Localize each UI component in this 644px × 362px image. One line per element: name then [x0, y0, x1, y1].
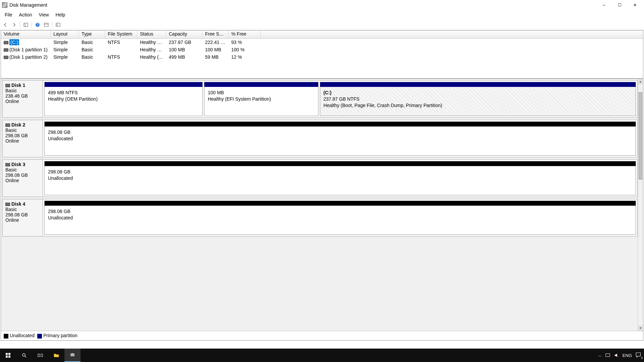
disk-status: Online [5, 99, 40, 104]
volume-icon [4, 48, 8, 52]
col-status[interactable]: Status [137, 31, 166, 38]
svg-point-13 [22, 354, 25, 356]
partition-body: 100 MBHealthy (EFI System Partition) [204, 87, 318, 116]
toolbar-separator [20, 21, 20, 28]
primary-swatch-icon [37, 334, 42, 339]
svg-rect-8 [57, 25, 58, 26]
scroll-thumb[interactable] [639, 92, 642, 179]
scroll-up-button[interactable]: ▴ [638, 79, 643, 84]
volume-cell-fs: NTFS [105, 54, 137, 60]
col-volume[interactable]: Volume [1, 31, 51, 38]
disk-graphical-view[interactable]: Disk 1Basic238.46 GBOnline499 MB NTFSHea… [1, 79, 643, 331]
menubar: File Action View Help [0, 10, 644, 19]
col-capacity[interactable]: Capacity [166, 31, 202, 38]
volume-icon[interactable]: × [614, 353, 619, 358]
volume-cell-type: Basic [79, 39, 105, 46]
partition-label: (C:) [324, 90, 332, 95]
help-button[interactable]: ? [34, 21, 42, 29]
back-button[interactable] [1, 21, 9, 29]
volume-row[interactable]: (Disk 1 partition 2)SimpleBasicNTFSHealt… [1, 53, 643, 61]
svg-text:×: × [618, 355, 619, 358]
scroll-down-button[interactable]: ▾ [638, 325, 643, 331]
partition-body: (C:)237.87 GB NTFSHealthy (Boot, Page Fi… [320, 87, 636, 116]
volume-cell-layout: Simple [51, 39, 79, 46]
col-layout[interactable]: Layout [51, 31, 79, 38]
disk-status: Online [5, 178, 40, 183]
menu-file[interactable]: File [1, 11, 16, 19]
menu-help[interactable]: Help [52, 11, 69, 19]
disk-icon [5, 84, 10, 87]
volume-cell-layout: Simple [51, 54, 79, 60]
svg-text:×: × [609, 355, 610, 358]
partition-size: 298.08 GB [48, 209, 70, 214]
partition[interactable]: 499 MB NTFSHealthy (OEM Partition) [44, 82, 203, 116]
notification-center-button[interactable]: 3 [635, 352, 641, 359]
partition-status: Healthy (Boot, Page File, Crash Dump, Pr… [324, 103, 442, 108]
disk-type: Basic [5, 127, 40, 133]
disk-partitions: 298.08 GBUnallocated [43, 120, 637, 157]
col-pct[interactable]: % Free [229, 31, 261, 38]
volume-cell-capacity: 100 MB [166, 46, 202, 53]
disk-name: Disk 1 [11, 83, 25, 88]
partition-body: 298.08 GBUnallocated [45, 166, 636, 195]
volume-cell-type: Basic [79, 46, 105, 53]
volume-cell-fs: NTFS [105, 39, 137, 46]
legend-bar: Unallocated Primary partition [1, 331, 643, 340]
legend-unallocated: Unallocated [10, 333, 35, 338]
disk-label[interactable]: Disk 3Basic298.08 GBOnline [3, 160, 43, 197]
close-button[interactable]: ✕ [627, 0, 643, 10]
svg-line-14 [25, 356, 26, 357]
toolbar: ? [0, 19, 644, 30]
disk-label[interactable]: Disk 1Basic238.46 GBOnline [3, 81, 43, 117]
scrollbar-vertical[interactable]: ▴ ▾ [638, 79, 643, 331]
partition[interactable]: (C:)237.87 GB NTFSHealthy (Boot, Page Fi… [320, 82, 636, 116]
svg-rect-15 [38, 354, 40, 357]
col-free[interactable]: Free Sp... [202, 31, 229, 38]
toolbar-separator [32, 21, 32, 28]
volume-cell-pct: 100 % [229, 46, 261, 53]
volume-cell-name: (Disk 1 partition 1) [1, 46, 51, 53]
volume-cell-pct: 93 % [229, 39, 261, 46]
disk-name: Disk 2 [11, 122, 25, 127]
action-list-button[interactable] [42, 21, 50, 29]
disk-type: Basic [5, 207, 40, 212]
tray-chevron-icon[interactable]: ︿ [598, 353, 602, 358]
volume-list[interactable]: Volume Layout Type File System Status Ca… [1, 31, 643, 79]
volume-row[interactable]: (C:)SimpleBasicNTFSHealthy (B...237.87 G… [1, 39, 643, 46]
menu-view[interactable]: View [35, 11, 52, 19]
partition[interactable]: 298.08 GBUnallocated [44, 161, 636, 195]
show-hide-console-tree-button[interactable] [22, 21, 30, 29]
col-type[interactable]: Type [79, 31, 105, 38]
volume-cell-name: (Disk 1 partition 2) [1, 54, 51, 60]
disk-icon [5, 123, 10, 127]
partition-size: 237.87 GB NTFS [324, 96, 359, 102]
start-button[interactable] [0, 349, 16, 362]
task-view-button[interactable] [32, 349, 48, 362]
volume-row[interactable]: (Disk 1 partition 1)SimpleBasicHealthy (… [1, 46, 643, 53]
disk-icon [5, 203, 10, 206]
disk-management-taskbar-button[interactable] [64, 349, 81, 362]
menu-action[interactable]: Action [16, 11, 36, 19]
settings-button[interactable] [54, 21, 62, 29]
partition[interactable]: 298.08 GBUnallocated [44, 201, 636, 235]
partition-status: Unallocated [48, 215, 73, 220]
language-indicator[interactable]: ENG [623, 353, 632, 358]
disk-row: Disk 2Basic298.08 GBOnline298.08 GBUnall… [2, 120, 638, 157]
forward-button[interactable] [10, 21, 18, 29]
disk-label[interactable]: Disk 4Basic298.08 GBOnline [3, 199, 43, 236]
search-button[interactable] [16, 349, 32, 362]
partition[interactable]: 298.08 GBUnallocated [44, 121, 636, 156]
legend-primary: Primary partition [43, 333, 78, 338]
file-explorer-button[interactable] [48, 349, 64, 362]
svg-rect-4 [44, 23, 48, 27]
partition-status: Healthy (OEM Partition) [48, 96, 98, 102]
partition[interactable]: 100 MBHealthy (EFI System Partition) [204, 82, 318, 116]
volume-cell-status: Healthy (B... [137, 39, 166, 46]
disk-label[interactable]: Disk 2Basic298.08 GBOnline [3, 120, 43, 157]
disk-size: 238.46 GB [5, 93, 40, 99]
maximize-button[interactable]: ☐ [612, 0, 627, 10]
col-fs[interactable]: File System [105, 31, 137, 38]
disk-status: Online [5, 217, 40, 223]
network-icon[interactable]: × [605, 353, 610, 358]
minimize-button[interactable]: ─ [596, 0, 612, 10]
